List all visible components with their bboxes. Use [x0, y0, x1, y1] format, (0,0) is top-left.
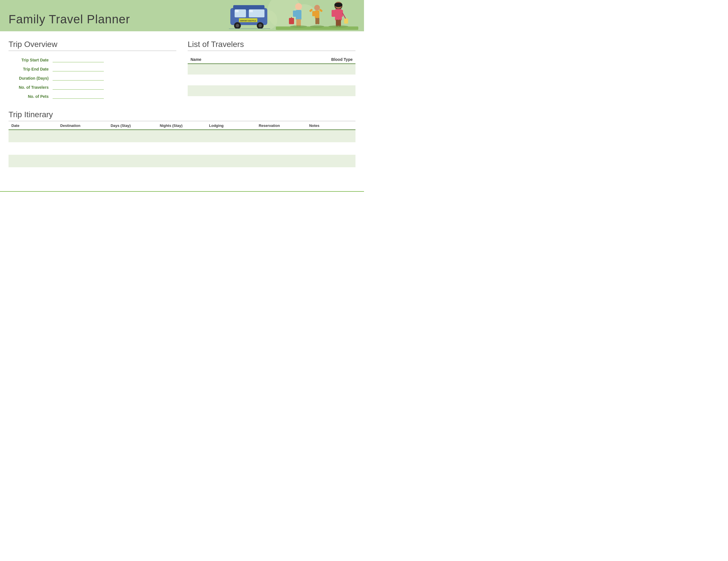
itin-col-date: Date — [9, 121, 57, 130]
svg-rect-29 — [317, 18, 319, 24]
itin-4-date[interactable] — [9, 167, 57, 180]
svg-rect-22 — [289, 18, 294, 24]
itin-1-nights[interactable] — [157, 130, 206, 142]
itin-1-days[interactable] — [108, 130, 157, 142]
traveler-row-2 — [188, 74, 355, 85]
itin-3-notes[interactable] — [306, 155, 355, 167]
itin-2-days[interactable] — [108, 142, 157, 155]
itin-3-days[interactable] — [108, 155, 157, 167]
itin-1-lodging[interactable] — [206, 130, 256, 142]
travelers-section: List of Travelers Name Blood Type — [188, 40, 355, 101]
travelers-col-blood-type: Blood Type — [272, 56, 355, 64]
footer-line — [0, 191, 364, 193]
itin-2-notes[interactable] — [306, 142, 355, 155]
itin-2-lodging[interactable] — [206, 142, 256, 155]
bus-illustration: AIRPORT SHUTTLE — [229, 2, 270, 29]
svg-rect-8 — [249, 10, 253, 12]
svg-point-13 — [258, 24, 262, 27]
overview-travelers-section: Trip Overview Trip Start Date Trip End D… — [9, 40, 355, 101]
itin-1-reservation[interactable] — [256, 130, 306, 142]
traveler-2-blood[interactable] — [272, 74, 355, 85]
traveler-3-name[interactable] — [188, 85, 272, 96]
traveler-1-name[interactable] — [188, 64, 272, 74]
itinerary-table: Date Destination Days (Stay) Nights (Sta… — [9, 121, 355, 180]
itin-row-2 — [9, 142, 355, 155]
itin-col-days: Days (Stay) — [108, 121, 157, 130]
itin-1-notes[interactable] — [306, 130, 355, 142]
trip-start-date-input[interactable] — [53, 56, 104, 62]
itin-2-reservation[interactable] — [256, 142, 306, 155]
svg-rect-7 — [235, 10, 239, 12]
trip-start-date-row: Trip Start Date — [9, 56, 176, 62]
itin-3-date[interactable] — [9, 155, 57, 167]
svg-rect-26 — [312, 11, 315, 16]
traveler-3-blood[interactable] — [272, 85, 355, 96]
itinerary-title: Trip Itinerary — [9, 110, 355, 121]
itin-4-nights[interactable] — [157, 167, 206, 180]
svg-point-39 — [334, 3, 342, 7]
itin-4-lodging[interactable] — [206, 167, 256, 180]
trip-overview-section: Trip Overview Trip Start Date Trip End D… — [9, 40, 176, 101]
itin-2-date[interactable] — [9, 142, 57, 155]
itin-col-destination: Destination — [57, 121, 108, 130]
num-pets-label: No. of Pets — [9, 94, 53, 99]
svg-point-16 — [295, 3, 302, 10]
itin-row-3 — [9, 155, 355, 167]
itin-2-nights[interactable] — [157, 142, 206, 155]
svg-point-44 — [328, 25, 348, 28]
num-travelers-row: No. of Travelers — [9, 83, 176, 90]
duration-input[interactable] — [53, 74, 104, 80]
traveler-2-name[interactable] — [188, 74, 272, 85]
svg-point-43 — [310, 25, 324, 28]
itin-1-destination[interactable] — [57, 130, 108, 142]
itin-col-nights: Nights (Stay) — [157, 121, 206, 130]
itin-row-4 — [9, 167, 355, 180]
trip-end-date-row: Trip End Date — [9, 65, 176, 71]
itin-2-destination[interactable] — [57, 142, 108, 155]
itin-3-reservation[interactable] — [256, 155, 306, 167]
itin-row-1 — [9, 130, 355, 142]
svg-rect-41 — [344, 18, 348, 24]
trip-end-date-input[interactable] — [53, 65, 104, 71]
travelers-table: Name Blood Type — [188, 56, 355, 96]
svg-rect-18 — [293, 11, 296, 17]
duration-label: Duration (Days) — [9, 76, 53, 80]
header: Family Travel Planner AIRPORT SHUTTLE — [0, 0, 364, 31]
duration-row: Duration (Days) — [9, 74, 176, 80]
traveler-row-3 — [188, 85, 355, 96]
itin-4-reservation[interactable] — [256, 167, 306, 180]
svg-point-42 — [290, 25, 307, 28]
itin-4-destination[interactable] — [57, 167, 108, 180]
itin-3-nights[interactable] — [157, 155, 206, 167]
itin-4-days[interactable] — [108, 167, 157, 180]
travelers-col-name: Name — [188, 56, 272, 64]
trip-start-date-label: Trip Start Date — [9, 58, 53, 62]
itin-4-notes[interactable] — [306, 167, 355, 180]
itinerary-section: Trip Itinerary Date Destination Days (St… — [9, 110, 355, 180]
svg-rect-35 — [332, 10, 336, 17]
svg-point-11 — [236, 24, 239, 27]
travelers-title: List of Travelers — [188, 40, 355, 51]
itin-1-date[interactable] — [9, 130, 57, 142]
people-illustration — [276, 1, 358, 30]
trip-end-date-label: Trip End Date — [9, 67, 53, 71]
traveler-1-blood[interactable] — [272, 64, 355, 74]
itin-col-lodging: Lodging — [206, 121, 256, 130]
num-pets-input[interactable] — [53, 92, 104, 99]
itin-3-lodging[interactable] — [206, 155, 256, 167]
app-title: Family Travel Planner — [9, 13, 130, 26]
itin-col-notes: Notes — [306, 121, 355, 130]
bus-label: AIRPORT SHUTTLE — [240, 20, 256, 22]
traveler-row-1 — [188, 64, 355, 74]
svg-point-24 — [314, 5, 320, 11]
svg-rect-28 — [315, 18, 317, 24]
num-travelers-input[interactable] — [53, 83, 104, 90]
itin-col-reservation: Reservation — [256, 121, 306, 130]
svg-rect-27 — [317, 11, 319, 16]
trip-overview-title: Trip Overview — [9, 40, 176, 51]
num-travelers-label: No. of Travelers — [9, 85, 53, 90]
itin-3-destination[interactable] — [57, 155, 108, 167]
main-content: Trip Overview Trip Start Date Trip End D… — [0, 31, 364, 185]
svg-rect-19 — [298, 11, 301, 17]
num-pets-row: No. of Pets — [9, 92, 176, 99]
